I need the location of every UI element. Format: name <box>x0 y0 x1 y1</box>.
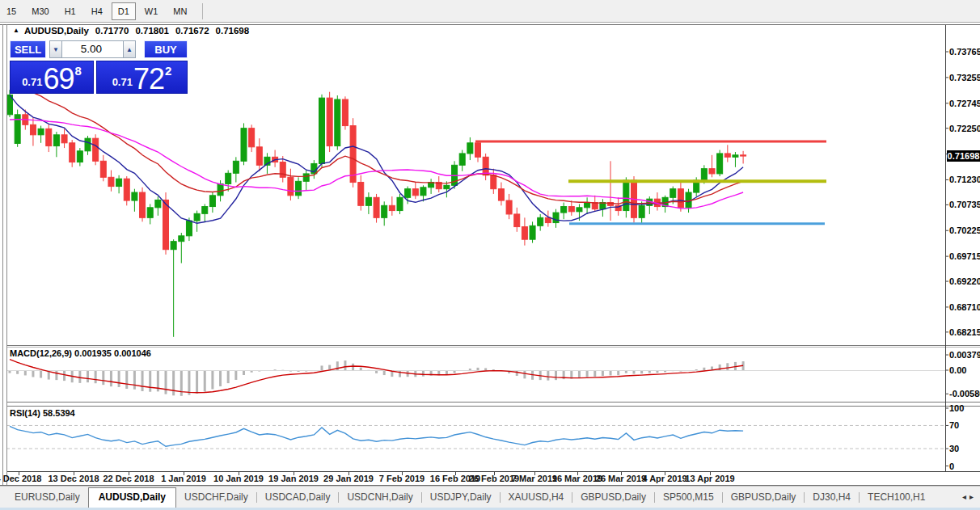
price-axis-label: 0.72250 <box>949 124 980 133</box>
price-axis-label: 0.73255 <box>949 73 980 82</box>
ohlc-low: 0.71672 <box>175 26 209 36</box>
chart-tab-GBPUSD-Daily[interactable]: GBPUSD,Daily <box>723 488 805 506</box>
price-axis-label: 0.73765 <box>949 47 980 57</box>
volume-increase-button[interactable]: ▲ <box>123 40 136 58</box>
chart-title: ▲ AUDUSD,Daily 0.71770 0.71801 0.71672 0… <box>13 26 249 36</box>
macd-axis-label: -0.005864 <box>949 389 980 398</box>
chevron-down-icon: ▼ <box>53 46 59 53</box>
tab-scroll-arrows: ◂▸ <box>962 492 977 501</box>
chart-tab-USDCAD-Daily[interactable]: USDCAD,Daily <box>257 488 339 506</box>
macd-axis-label: 0.003793 <box>949 350 980 360</box>
price-axis-label: 0.71230 <box>949 175 980 184</box>
current-price-badge: 0.71698 <box>947 150 980 162</box>
candlestick-series <box>7 90 746 337</box>
chart-tab-bar: EURUSD,DailyAUDUSD,DailyUSDCHF,DailyUSDC… <box>0 486 980 508</box>
rsi-value: 58.5394 <box>43 408 75 418</box>
price-axis-label: 0.69715 <box>949 251 980 261</box>
ohlc-open: 0.71770 <box>95 26 129 36</box>
chart-tab-EURUSD-Daily[interactable]: EURUSD,Daily <box>6 488 88 506</box>
macd-value-main: 0.001935 <box>74 348 112 358</box>
buy-price-button[interactable]: 0.71 72 2 <box>96 61 188 94</box>
one-click-panel-toggle-icon[interactable]: ▲ <box>13 27 19 34</box>
rsi-axis-label: 30 <box>949 444 959 453</box>
macd-histogram <box>9 360 745 396</box>
price-axis-label: 0.70225 <box>949 225 980 235</box>
sell-button[interactable]: SELL <box>10 40 46 58</box>
macd-value-signal: 0.001046 <box>114 348 151 358</box>
buy-price-pip-digit: 2 <box>165 64 171 78</box>
buy-price-big-digits: 72 <box>133 65 164 93</box>
buy-button[interactable]: BUY <box>144 40 188 58</box>
price-axis-label: 0.72745 <box>949 99 980 108</box>
macd-indicator-label: MACD(12,26,9) 0.001935 0.001046 <box>10 348 151 358</box>
chart-frame-left-outer <box>2 24 3 485</box>
rsi-axis-label: 100 <box>949 403 964 413</box>
one-click-trading-panel: SELL ▼ 5.00 ▲ BUY 0.71 69 8 0.71 72 2 <box>10 40 188 94</box>
chart-frame-left-inner <box>6 24 7 485</box>
buy-price-fraction: 0.71 <box>112 76 133 88</box>
date-axis-label: 13 Apr 2019 <box>676 474 744 483</box>
chevron-up-icon: ▲ <box>126 46 133 53</box>
rsi-axis-label: 0 <box>949 462 954 471</box>
rsi-line <box>10 426 743 446</box>
price-axis-label: 0.70735 <box>949 200 980 209</box>
volume-decrease-button[interactable]: ▼ <box>49 40 62 58</box>
macd-axis-label: 0.00 <box>949 365 966 375</box>
chart-tab-USDJPY-Daily[interactable]: USDJPY,Daily <box>422 488 500 506</box>
price-axis-label: 0.68710 <box>949 302 980 312</box>
ohlc-close: 0.71698 <box>216 26 250 36</box>
rsi-indicator-label: RSI(14) 58.5394 <box>10 408 75 418</box>
tab-scroll-left-icon[interactable]: ◂ <box>962 492 969 501</box>
price-axis-label: 0.69220 <box>949 276 980 286</box>
chart-tab-TECH100-H1[interactable]: TECH100,H1 <box>860 488 933 506</box>
sell-price-big-digits: 69 <box>43 65 74 93</box>
volume-input[interactable]: 5.00 <box>61 40 124 58</box>
sell-price-button[interactable]: 0.71 69 8 <box>10 61 94 94</box>
chart-frame-top <box>0 24 980 25</box>
rsi-axis-label: 70 <box>949 420 959 430</box>
chart-tab-USDCNH-Daily[interactable]: USDCNH,Daily <box>339 488 420 506</box>
sell-price-fraction: 0.71 <box>22 76 42 88</box>
chart-tab-DJ30-H4[interactable]: DJ30,H4 <box>805 488 859 506</box>
tab-scroll-right-icon[interactable]: ▸ <box>969 492 977 501</box>
ohlc-high: 0.71801 <box>135 26 169 36</box>
chart-tab-SP500-M15[interactable]: SP500,M15 <box>655 488 722 506</box>
chart-tab-AUDUSD-Daily[interactable]: AUDUSD,Daily <box>88 487 176 508</box>
chart-tab-XAUUSD-H4[interactable]: XAUUSD,H4 <box>501 488 572 506</box>
price-axis-label: 0.68215 <box>949 327 980 337</box>
chart-tab-USDCHF-Daily[interactable]: USDCHF,Daily <box>176 488 256 506</box>
chart-symbol-label: AUDUSD,Daily <box>24 26 89 36</box>
sell-price-pip-digit: 8 <box>75 64 82 78</box>
chart-tab-GBPUSD-Daily[interactable]: GBPUSD,Daily <box>572 488 654 506</box>
